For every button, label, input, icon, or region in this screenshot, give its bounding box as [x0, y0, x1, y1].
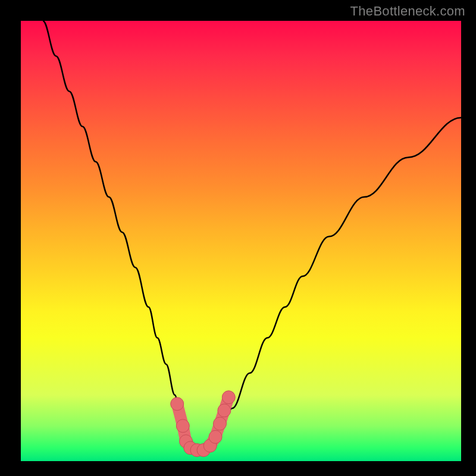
chart-svg: [21, 21, 461, 461]
marker-dot: [222, 391, 235, 404]
chart-frame: TheBottleneck.com: [0, 0, 476, 476]
marker-dot: [218, 404, 231, 417]
plot-area: [21, 21, 461, 461]
marker-dot: [176, 419, 189, 433]
marker-dot: [209, 430, 222, 443]
marker-dot: [213, 417, 226, 430]
bottleneck-curve: [43, 21, 461, 452]
attribution-label: TheBottleneck.com: [350, 4, 465, 19]
marker-dot: [171, 397, 184, 411]
